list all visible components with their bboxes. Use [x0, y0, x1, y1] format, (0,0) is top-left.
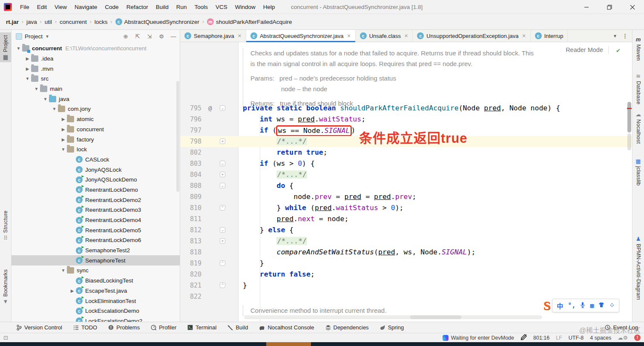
menu-item-window[interactable]: Window [231, 0, 259, 14]
tree-item-factory[interactable]: ▶factory [12, 134, 180, 144]
menu-item-run[interactable]: Run [172, 0, 191, 14]
fold-collapse-icon[interactable]: ⌄ [220, 183, 225, 188]
tree-item-com-jony[interactable]: ▼com.jony [12, 104, 180, 114]
ime-keyboard-icon[interactable]: ▦ [590, 302, 594, 309]
tool-window-button-nocalhost-console[interactable]: Nocalhost Console [259, 324, 314, 331]
reader-mode-toggle[interactable]: Reader Mode [566, 46, 609, 54]
menu-item-view[interactable]: View [51, 0, 71, 14]
chevron-right-icon[interactable]: ▶ [60, 127, 67, 132]
breadcrumb-item[interactable]: util [45, 19, 52, 25]
tree-item-atomic[interactable]: ▶atomic [12, 114, 180, 124]
breadcrumb-item[interactable]: locks [95, 19, 108, 25]
tree-item-reentrantlockdemo[interactable]: cReentrantLockDemo [12, 185, 180, 195]
breadcrumb-item[interactable]: java [26, 19, 37, 25]
tree-item--mvn[interactable]: ▶.mvn [12, 63, 180, 74]
close-icon[interactable]: ✕ [404, 33, 408, 39]
menu-item-vcs[interactable]: VCS [212, 0, 231, 14]
breadcrumb-item[interactable]: concurrent [60, 19, 87, 25]
fold-collapse-icon[interactable]: ⌄ [220, 105, 225, 111]
horizontal-scrollbar-thumb[interactable] [410, 315, 461, 319]
tree-item-escapetest-java[interactable]: ▶cEscapeTest.java [12, 286, 180, 296]
tool-window-button-profiler[interactable]: Profiler [151, 324, 176, 331]
fold-end-icon[interactable]: ⌃ [220, 283, 225, 288]
tree-item-src[interactable]: ▼src [12, 74, 180, 84]
tree-item-semaphoretest[interactable]: cSemaphoreTest [12, 255, 180, 265]
chevron-down-icon[interactable]: ▼ [60, 268, 67, 273]
tree-item-biasedlockingtest[interactable]: cBiasedLockingTest [12, 276, 180, 286]
fold-expand-icon[interactable]: + [220, 238, 225, 244]
chevron-right-icon[interactable]: ▶ [69, 288, 76, 293]
ime-skin-icon[interactable] [598, 302, 604, 309]
chevron-down-icon[interactable]: ▼ [613, 34, 617, 38]
chevron-down-icon[interactable]: ▼ [60, 147, 67, 152]
menu-item-build[interactable]: Build [152, 0, 172, 14]
tool-window-bookmarks[interactable]: Bookmarks ▼ [0, 267, 11, 307]
chevron-right-icon[interactable]: ▶ [60, 137, 67, 142]
tree-item-sync[interactable]: ▼sync [12, 265, 180, 276]
tree-item-java[interactable]: ▼java [12, 94, 180, 104]
tree-item-jonyaqslock[interactable]: cJonyAQSLock [12, 164, 180, 175]
readonly-toggle-icon[interactable] [520, 334, 527, 342]
tree-item-concurrent[interactable]: ▶concurrent [12, 124, 180, 135]
hide-panel-icon[interactable]: — [170, 32, 177, 40]
tool-window-maven[interactable]: m Maven [632, 34, 644, 63]
project-tree-scrollbar[interactable] [176, 81, 179, 192]
collapse-all-icon[interactable]: ⇲ [146, 32, 153, 40]
tree-item-semaphonetest2[interactable]: cSemaphoneTest2 [12, 245, 180, 256]
chevron-down-icon[interactable]: ▼ [24, 76, 31, 81]
ime-language-toggle[interactable]: 中 [557, 301, 563, 310]
layout-icon[interactable]: ⊡ [3, 334, 8, 341]
menu-item-tools[interactable]: Tools [190, 0, 212, 14]
vertical-scrollbar-thumb[interactable] [627, 102, 631, 133]
fold-collapse-icon[interactable]: ⌄ [220, 161, 225, 166]
tree-item-main[interactable]: ▼main [12, 84, 180, 94]
fold-expand-icon[interactable]: + [220, 172, 225, 177]
editor-tab-abstractqueuedsynchronizer-java[interactable]: cAbstractQueuedSynchronizer.java✕ [246, 30, 356, 42]
menu-item-edit[interactable]: Edit [33, 0, 51, 14]
editor-tab-semaphore-java[interactable]: cSemaphore.java✕ [180, 30, 246, 42]
fold-expand-icon[interactable]: + [220, 138, 225, 144]
devmode-status[interactable]: Waiting for enter DevMode [443, 335, 514, 341]
breadcrumb-item[interactable]: rt.jar [6, 19, 19, 25]
expand-all-icon[interactable]: ⇱ [134, 32, 141, 40]
sogou-input-logo[interactable]: S [543, 298, 551, 313]
tree-item-jonyaqslockdemo[interactable]: cJonyAQSLockDemo [12, 175, 180, 185]
tree-item-concurrent[interactable]: ▼concurrentE:\TLWork\concurrent\concurre… [12, 43, 180, 54]
tree-item--idea[interactable]: ▶.idea [12, 54, 180, 64]
close-icon[interactable]: ✕ [522, 33, 526, 39]
settings-gear-icon[interactable]: ⚙ [158, 32, 165, 40]
tool-window-jclasslib[interactable]: ▦ jclasslib [632, 156, 644, 188]
indent-setting[interactable]: 4 spaces [590, 335, 611, 341]
tree-item-lock[interactable]: ▼lock [12, 144, 180, 155]
editor-tab-unsafe-class[interactable]: cUnsafe.class✕ [356, 30, 413, 42]
close-icon[interactable]: ✕ [347, 33, 351, 39]
minimize-button[interactable] [575, 0, 598, 14]
more-options-icon[interactable]: ⋮ [622, 33, 628, 39]
menu-item-file[interactable]: File [16, 0, 33, 14]
file-encoding[interactable]: UTF-8 [569, 335, 584, 341]
fold-end-icon[interactable]: ⌃ [220, 260, 225, 266]
fold-end-icon[interactable]: ⌃ [220, 205, 225, 210]
tool-window-nocalhost[interactable]: ☁ Nocalhost [632, 109, 644, 146]
editor-tab-unsupportedoperationexception-java[interactable]: cUnsupportedOperationException.java✕ [413, 30, 530, 42]
tool-window-bpmn[interactable]: ♟ BPMN-Activiti-Diagram [632, 234, 644, 303]
tool-window-button-todo[interactable]: TODO [73, 324, 97, 331]
tool-window-button-spring[interactable]: Spring [380, 324, 404, 331]
project-panel-title[interactable]: Project ▼ [16, 33, 49, 40]
idea-logo-icon[interactable] [4, 3, 12, 11]
editor-tab-interrup[interactable]: cInterrup [531, 30, 568, 42]
maximize-button[interactable] [598, 0, 621, 14]
tool-window-project[interactable]: Project ▆ [0, 32, 11, 62]
ime-microphone-icon[interactable] [580, 302, 585, 310]
error-count-badge[interactable]: ! [634, 334, 641, 341]
menu-item-help[interactable]: Help [259, 0, 279, 14]
chevron-right-icon[interactable]: ▶ [24, 66, 31, 71]
tool-window-button-problems[interactable]: Problems [108, 324, 140, 331]
horizontal-scrollbar[interactable] [244, 315, 542, 319]
menu-item-refactor[interactable]: Refactor [123, 0, 152, 14]
breadcrumb-item[interactable]: mshouldParkAfterFailedAcquire [207, 18, 292, 25]
chevron-down-icon[interactable]: ▼ [33, 86, 40, 91]
close-icon[interactable]: ✕ [238, 33, 242, 39]
tree-item-reentrantlockdemo4[interactable]: cReentrantLockDemo4 [12, 215, 180, 225]
tool-window-button-terminal[interactable]: Terminal [187, 324, 216, 331]
